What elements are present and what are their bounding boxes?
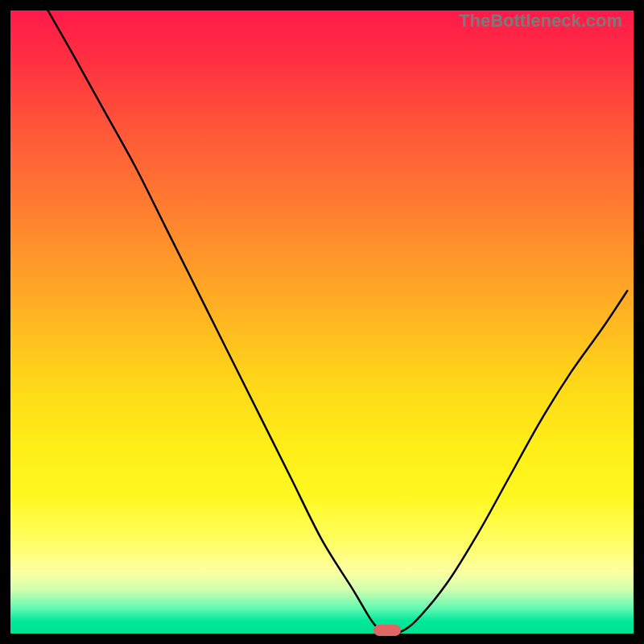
plot-area: TheBottleneck.com [10,10,634,634]
watermark-text: TheBottleneck.com [459,10,622,31]
bottleneck-curve-svg [10,10,634,634]
bottleneck-marker [374,625,401,636]
chart-frame: TheBottleneck.com [0,0,644,644]
bottleneck-curve [47,10,627,634]
